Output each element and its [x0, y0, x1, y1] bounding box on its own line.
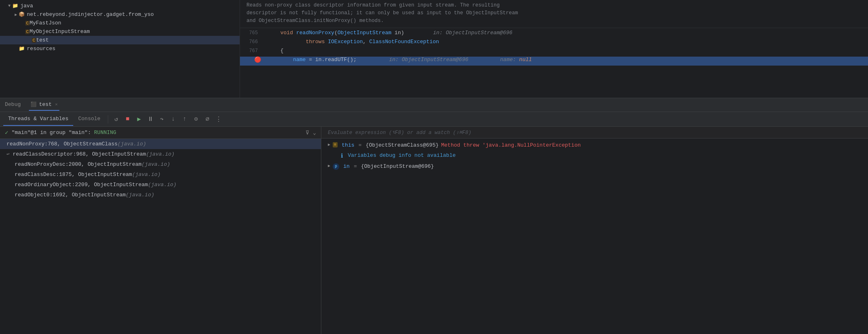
- line-num-766: 766: [240, 39, 264, 45]
- line-content-765: void readNonProxy(ObjectInputStream in) …: [264, 30, 868, 36]
- var-equals-this: =: [358, 142, 362, 148]
- chevron-net: ▶: [15, 12, 17, 17]
- line-content-767: {: [264, 48, 868, 54]
- code-line-765: 765 void readNonProxy(ObjectInputStream …: [240, 30, 868, 39]
- frame3-method: readNonProxyDesc:2000, ObjectInputStream: [7, 161, 142, 167]
- breakpoint-icon: 🔴: [254, 56, 261, 63]
- tab-test-label: test: [39, 101, 52, 108]
- stack-frame-5[interactable]: readOrdinaryObject:2209, ObjectInputStre…: [0, 180, 321, 190]
- stop-button[interactable]: ■: [122, 114, 133, 125]
- tree-item-myobjectinputstream[interactable]: ▶ C MyObjectInputStream: [0, 27, 240, 36]
- file-tree: ▼ 📁 java ▶ 📦 net.rebeyond.jndinjector.ga…: [0, 0, 240, 98]
- var-name-this: this: [342, 142, 354, 148]
- line-content-766: throws IOException, ClassNotFoundExcepti…: [264, 39, 868, 45]
- tree-label-net: net.rebeyond.jndinjector.gadget.from_yso: [27, 11, 154, 18]
- debug-header: Debug ⬛ test ×: [0, 98, 868, 112]
- threads-filter-bar: ✓ "main"@1 in group "main": RUNNING ⊽ ⌄: [0, 127, 321, 139]
- main-thread-text: "main"@1 in group "main": RUNNING: [11, 130, 116, 136]
- variables-list: ▶ ≡ this = {ObjectStreamClass@695} Metho…: [321, 138, 868, 334]
- var-item-info: ℹ Variables debug info not available: [321, 150, 868, 161]
- tab-debug-label: Debug: [5, 101, 21, 108]
- tree-label-test: test: [36, 37, 49, 43]
- resume-icon: ▶: [137, 115, 141, 123]
- info-dot: ℹ: [341, 152, 343, 159]
- step-out-icon: ↑: [183, 116, 186, 123]
- step-over-button[interactable]: ↷: [157, 114, 167, 125]
- tree-item-java[interactable]: ▼ 📁 java: [0, 2, 240, 10]
- debug-body: ✓ "main"@1 in group "main": RUNNING ⊽ ⌄ …: [0, 127, 868, 334]
- tree-item-myfastjson[interactable]: ▶ C MyFastJson: [0, 19, 240, 27]
- var-value-this: {ObjectStreamClass@695}: [366, 142, 438, 148]
- pause-button[interactable]: ⏸: [145, 114, 156, 125]
- main-thread-name: "main"@1 in group "main":: [11, 130, 94, 136]
- expand-arrow-in[interactable]: ▶: [328, 163, 330, 168]
- chevron-java: ▼: [8, 4, 11, 8]
- variables-eval-bar[interactable]: Evaluate expression (⌥F8) or add a watch…: [321, 127, 868, 138]
- frame4-method: readClassDesc:1875, ObjectInputStream: [7, 171, 132, 178]
- evaluate-icon: ∅: [205, 115, 209, 123]
- toolbar-tab-threads[interactable]: Threads & Variables: [3, 112, 73, 126]
- resume-button[interactable]: ▶: [134, 114, 144, 125]
- tree-item-test[interactable]: ▶ C test: [0, 36, 240, 44]
- frame2-method: readClassDescriptor:968, ObjectInputStre…: [13, 151, 146, 157]
- toolbar-tab-threads-label: Threads & Variables: [8, 116, 68, 122]
- frame6-method: readObject0:1692, ObjectInputStream: [7, 192, 126, 198]
- stop-icon: ■: [126, 116, 129, 123]
- frame5-loc: (java.io): [148, 182, 177, 188]
- rerun-button[interactable]: ↺: [111, 114, 122, 125]
- frame1-loc: (java.io): [118, 141, 146, 147]
- stack-frame-3[interactable]: readNonProxyDesc:2000, ObjectInputStream…: [0, 159, 321, 169]
- var-item-in[interactable]: ▶ p in = {ObjectInputStream@696}: [321, 161, 868, 172]
- frame6-loc: (java.io): [126, 192, 154, 198]
- tree-label-java: java: [20, 3, 33, 9]
- var-error-this: Method threw 'java.lang.NullPointerExcep…: [441, 142, 581, 148]
- code-description: Reads non-proxy class descriptor informa…: [240, 0, 868, 28]
- rerun-icon: ↺: [114, 115, 118, 123]
- main-thread-label: ✓ "main"@1 in group "main": RUNNING: [5, 129, 116, 136]
- code-editor: Reads non-proxy class descriptor informa…: [240, 0, 868, 98]
- stack-frame-6[interactable]: readObject0:1692, ObjectInputStream (jav…: [0, 190, 321, 200]
- tab-test-icon: ⬛: [31, 101, 37, 108]
- more-button[interactable]: ⋮: [214, 114, 224, 125]
- eval-placeholder: Evaluate expression (⌥F8) or add a watch…: [328, 130, 471, 136]
- frame2-loc: (java.io): [146, 151, 174, 157]
- expand-arrow-this[interactable]: ▶: [328, 142, 330, 147]
- toolbar-tab-console[interactable]: Console: [73, 112, 105, 126]
- expand-icon[interactable]: ⌄: [313, 130, 316, 136]
- threads-panel: ✓ "main"@1 in group "main": RUNNING ⊽ ⌄ …: [0, 127, 321, 334]
- class-icon-myobjectinputstream: C: [25, 29, 30, 34]
- var-name-in: in: [343, 163, 350, 169]
- evaluate-button[interactable]: ∅: [202, 114, 213, 125]
- code-lines: 765 void readNonProxy(ObjectInputStream …: [240, 28, 868, 67]
- tree-item-resources[interactable]: ▶ 📁 resources: [0, 44, 240, 53]
- var-item-this[interactable]: ▶ ≡ this = {ObjectStreamClass@695} Metho…: [321, 140, 868, 150]
- code-line-767: 767 {: [240, 48, 868, 57]
- stack-frame-4[interactable]: readClassDesc:1875, ObjectInputStream (j…: [0, 169, 321, 180]
- folder-icon-resources: 📁: [19, 46, 25, 52]
- tab-test-close[interactable]: ×: [55, 102, 58, 107]
- debug-panel: Debug ⬛ test × Threads & Variables Conso…: [0, 98, 868, 334]
- check-icon: ✓: [5, 129, 8, 136]
- filter-icon[interactable]: ⊽: [305, 130, 310, 136]
- step-over-icon: ↷: [160, 115, 164, 123]
- variables-panel: Evaluate expression (⌥F8) or add a watch…: [321, 127, 868, 334]
- stack-frame-1[interactable]: readNonProxy:768, ObjectStreamClass (jav…: [0, 139, 321, 149]
- top-area: ▼ 📁 java ▶ 📦 net.rebeyond.jndinjector.ga…: [0, 0, 868, 98]
- line-num-empty: 🔴: [240, 57, 264, 57]
- toolbar-tabs: Threads & Variables Console: [3, 112, 105, 126]
- class-icon-test: C: [32, 38, 36, 43]
- run-to-cursor-button[interactable]: ⊙: [191, 114, 201, 125]
- frame5-method: readOrdinaryObject:2209, ObjectInputStre…: [7, 182, 148, 188]
- code-line-766: 766 throws IOException, ClassNotFoundExc…: [240, 39, 868, 48]
- tree-item-net[interactable]: ▶ 📦 net.rebeyond.jndinjector.gadget.from…: [0, 10, 240, 19]
- var-info-text: Variables debug info not available: [348, 152, 456, 158]
- var-icon-in: p: [333, 163, 339, 170]
- tab-debug[interactable]: Debug: [3, 99, 22, 111]
- more-icon: ⋮: [216, 115, 222, 123]
- step-into-button[interactable]: ↓: [168, 114, 179, 125]
- tab-test[interactable]: ⬛ test ×: [29, 99, 59, 111]
- tree-label-myfastjson: MyFastJson: [30, 20, 61, 26]
- folder-icon-java: 📁: [12, 3, 18, 9]
- stack-frame-2[interactable]: ↩ readClassDescriptor:968, ObjectInputSt…: [0, 149, 321, 159]
- step-out-button[interactable]: ↑: [179, 114, 190, 125]
